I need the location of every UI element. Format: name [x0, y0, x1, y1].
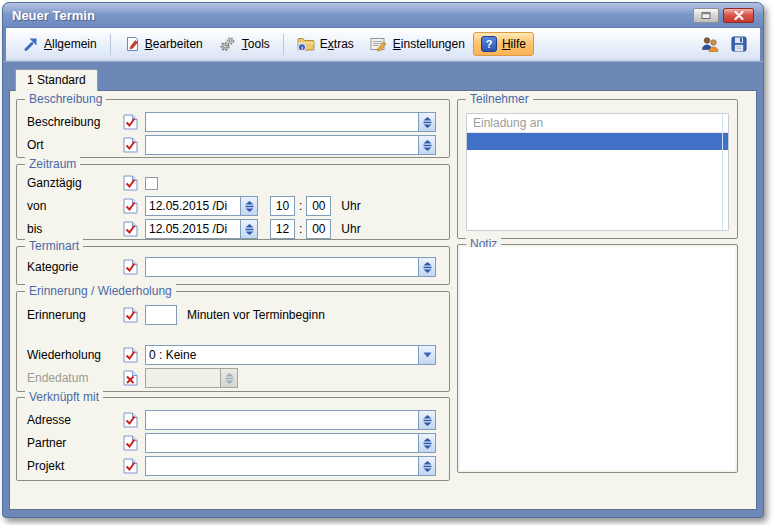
group-legend: Verknüpft mit — [25, 390, 103, 404]
group-legend: Teilnehmer — [466, 92, 533, 106]
dropdown-icon — [423, 352, 432, 358]
list-header-einladung-an[interactable]: Einladung an — [467, 114, 728, 133]
mandatory-check-icon[interactable] — [123, 347, 138, 363]
beschreibung-input[interactable] — [145, 112, 419, 132]
toolbar-separator — [283, 34, 284, 55]
von-date-spinner[interactable] — [241, 196, 258, 216]
svg-text:?: ? — [486, 38, 493, 50]
mandatory-check-icon[interactable] — [123, 175, 138, 191]
bis-hour-input[interactable] — [270, 219, 295, 239]
toolbar-separator — [110, 34, 111, 55]
folder-info-icon: i — [297, 36, 315, 52]
titlebar: Neuer Termin — [3, 3, 763, 28]
mandatory-check-icon[interactable] — [123, 198, 138, 214]
partner-input[interactable] — [145, 433, 419, 453]
arrow-up-right-icon — [23, 36, 39, 52]
wiederholung-label: Wiederholung — [27, 348, 123, 362]
ort-label: Ort — [27, 138, 123, 152]
group-legend: Erinnerung / Wiederholung — [25, 284, 176, 298]
spinner-icon — [423, 262, 432, 273]
teilnehmer-selected-row[interactable] — [467, 133, 728, 150]
content-panel: Beschreibung Beschreibung Ort — [9, 90, 757, 510]
spinner-icon — [245, 201, 254, 212]
minimize-icon — [701, 11, 711, 20]
spinner-icon — [423, 415, 432, 426]
endedatum-spinner — [221, 368, 238, 388]
von-label: von — [27, 199, 123, 213]
ganztaegig-checkbox[interactable] — [145, 177, 158, 190]
erinnerung-suffix-label: Minuten vor Terminbeginn — [187, 308, 325, 322]
teilnehmer-list[interactable]: Einladung an — [466, 113, 729, 231]
edit-page-icon — [124, 36, 140, 52]
toolbar-item-extras[interactable]: i Extras — [289, 32, 362, 56]
endedatum-label: Endedatum — [27, 371, 123, 385]
group-legend: Zeitraum — [25, 157, 80, 171]
mandatory-check-icon[interactable] — [123, 412, 138, 428]
mandatory-check-icon[interactable] — [123, 458, 138, 474]
help-icon: ? — [481, 36, 497, 52]
ort-spinner[interactable] — [419, 135, 436, 155]
bis-date-input[interactable] — [145, 219, 241, 239]
wiederholung-dropdown-button[interactable] — [419, 345, 436, 365]
projekt-input[interactable] — [145, 456, 419, 476]
spinner-icon — [423, 140, 432, 151]
gears-icon — [219, 36, 237, 52]
group-erinnerung-wiederholung: Erinnerung / Wiederholung Erinnerung Min… — [16, 291, 450, 392]
adresse-input[interactable] — [145, 410, 419, 430]
ort-input[interactable] — [145, 135, 419, 155]
spinner-icon — [423, 438, 432, 449]
form-pencil-icon — [370, 36, 388, 52]
von-minute-input[interactable] — [306, 196, 331, 216]
von-date-input[interactable] — [145, 196, 241, 216]
spinner-icon — [423, 117, 432, 128]
minimize-button[interactable] — [693, 8, 719, 23]
projekt-label: Projekt — [27, 459, 123, 473]
ganztaegig-label: Ganztägig — [27, 176, 123, 190]
contacts-icon — [700, 36, 720, 52]
group-terminart: Terminart Kategorie — [16, 246, 450, 285]
close-button[interactable] — [723, 8, 754, 23]
group-zeitraum: Zeitraum Ganztägig von — [16, 164, 450, 240]
kategorie-label: Kategorie — [27, 260, 123, 274]
toolbar-item-tools[interactable]: Tools — [211, 32, 278, 56]
list-scrollbar-track — [722, 114, 723, 230]
beschreibung-label: Beschreibung — [27, 115, 123, 129]
mandatory-check-icon[interactable] — [123, 137, 138, 153]
mandatory-check-icon[interactable] — [123, 221, 138, 237]
von-hour-input[interactable] — [270, 196, 295, 216]
partner-label: Partner — [27, 436, 123, 450]
mandatory-check-icon[interactable] — [123, 307, 138, 323]
window-title: Neuer Termin — [12, 8, 95, 23]
projekt-spinner[interactable] — [419, 456, 436, 476]
bis-minute-input[interactable] — [306, 219, 331, 239]
toolbar-item-bearbeiten[interactable]: Bearbeiten — [116, 32, 211, 56]
uhr-label: Uhr — [341, 199, 360, 213]
group-notiz: Notiz — [457, 244, 738, 473]
save-button[interactable] — [731, 36, 747, 52]
toolbar-item-allgemein[interactable]: Allgemein — [15, 32, 105, 56]
mandatory-check-icon[interactable] — [123, 114, 138, 130]
group-legend: Terminart — [25, 239, 83, 253]
contacts-button[interactable] — [700, 36, 720, 52]
bis-label: bis — [27, 222, 123, 236]
erinnerung-input[interactable] — [145, 305, 177, 325]
bis-date-spinner[interactable] — [241, 219, 258, 239]
spinner-icon — [225, 373, 234, 384]
mandatory-check-icon[interactable] — [123, 259, 138, 275]
toolbar-item-einstellungen[interactable]: Einstellungen — [362, 32, 473, 56]
group-teilnehmer: Teilnehmer Einladung an — [457, 99, 738, 239]
wiederholung-combobox[interactable] — [145, 345, 419, 365]
spinner-icon — [245, 224, 254, 235]
group-beschreibung: Beschreibung Beschreibung Ort — [16, 99, 450, 158]
beschreibung-spinner[interactable] — [419, 112, 436, 132]
mandatory-check-icon[interactable] — [123, 435, 138, 451]
partner-spinner[interactable] — [419, 433, 436, 453]
kategorie-spinner[interactable] — [419, 257, 436, 277]
kategorie-input[interactable] — [145, 257, 419, 277]
adresse-spinner[interactable] — [419, 410, 436, 430]
toolbar-item-hilfe[interactable]: ? Hilfe — [473, 32, 534, 56]
notiz-textarea[interactable] — [460, 247, 735, 470]
group-legend: Beschreibung — [25, 92, 106, 106]
tab-standard[interactable]: 1 Standard — [15, 69, 98, 91]
mandatory-x-icon[interactable] — [123, 370, 138, 386]
